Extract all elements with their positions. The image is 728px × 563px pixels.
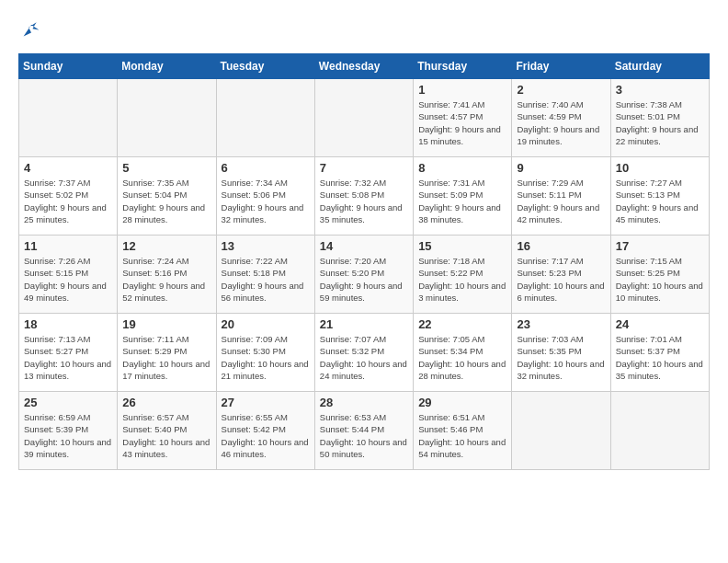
- page-header: [18, 18, 710, 44]
- week-row-3: 11Sunrise: 7:26 AMSunset: 5:15 PMDayligh…: [19, 236, 710, 314]
- day-number: 16: [517, 239, 605, 253]
- day-cell: [512, 392, 610, 470]
- day-cell: 4Sunrise: 7:37 AMSunset: 5:02 PMDaylight…: [19, 157, 118, 236]
- day-info: Sunrise: 7:31 AMSunset: 5:09 PMDaylight:…: [418, 177, 506, 225]
- week-row-1: 1Sunrise: 7:41 AMSunset: 4:57 PMDaylight…: [19, 79, 710, 157]
- day-cell: 6Sunrise: 7:34 AMSunset: 5:06 PMDaylight…: [216, 157, 314, 236]
- day-info: Sunrise: 7:35 AMSunset: 5:04 PMDaylight:…: [122, 177, 210, 225]
- header-monday: Monday: [118, 54, 216, 79]
- header-tuesday: Tuesday: [216, 54, 314, 79]
- day-cell: 10Sunrise: 7:27 AMSunset: 5:13 PMDayligh…: [610, 157, 709, 236]
- day-number: 20: [222, 317, 310, 331]
- week-row-4: 18Sunrise: 7:13 AMSunset: 5:27 PMDayligh…: [19, 314, 710, 392]
- day-info: Sunrise: 6:55 AMSunset: 5:42 PMDaylight:…: [222, 411, 310, 460]
- day-info: Sunrise: 7:01 AMSunset: 5:37 PMDaylight:…: [616, 333, 704, 382]
- header-sunday: Sunday: [19, 54, 118, 79]
- day-number: 5: [122, 161, 210, 175]
- day-number: 10: [616, 161, 704, 175]
- day-cell: 26Sunrise: 6:57 AMSunset: 5:40 PMDayligh…: [118, 392, 216, 470]
- day-cell: 5Sunrise: 7:35 AMSunset: 5:04 PMDaylight…: [118, 157, 216, 236]
- day-number: 9: [517, 161, 605, 175]
- day-cell: [19, 79, 118, 157]
- day-cell: [216, 79, 314, 157]
- day-number: 4: [24, 161, 112, 175]
- week-row-2: 4Sunrise: 7:37 AMSunset: 5:02 PMDaylight…: [19, 157, 710, 236]
- day-info: Sunrise: 6:53 AMSunset: 5:44 PMDaylight:…: [320, 411, 408, 460]
- header-wednesday: Wednesday: [314, 54, 413, 79]
- day-info: Sunrise: 7:15 AMSunset: 5:25 PMDaylight:…: [616, 255, 704, 304]
- day-number: 21: [320, 317, 408, 331]
- day-info: Sunrise: 6:57 AMSunset: 5:40 PMDaylight:…: [122, 411, 210, 460]
- day-number: 25: [24, 396, 112, 409]
- day-info: Sunrise: 7:05 AMSunset: 5:34 PMDaylight:…: [418, 333, 506, 382]
- day-info: Sunrise: 7:17 AMSunset: 5:23 PMDaylight:…: [517, 255, 605, 304]
- header-thursday: Thursday: [414, 54, 512, 79]
- header-saturday: Saturday: [610, 54, 709, 79]
- day-cell: 27Sunrise: 6:55 AMSunset: 5:42 PMDayligh…: [216, 392, 314, 470]
- day-number: 23: [517, 317, 605, 331]
- day-cell: 9Sunrise: 7:29 AMSunset: 5:11 PMDaylight…: [512, 157, 610, 236]
- day-info: Sunrise: 7:18 AMSunset: 5:22 PMDaylight:…: [418, 255, 506, 304]
- day-info: Sunrise: 7:34 AMSunset: 5:06 PMDaylight:…: [222, 177, 310, 225]
- day-cell: 8Sunrise: 7:31 AMSunset: 5:09 PMDaylight…: [414, 157, 512, 236]
- day-info: Sunrise: 7:13 AMSunset: 5:27 PMDaylight:…: [24, 333, 112, 382]
- day-cell: 29Sunrise: 6:51 AMSunset: 5:46 PMDayligh…: [414, 392, 512, 470]
- day-number: 19: [122, 317, 210, 331]
- day-info: Sunrise: 7:11 AMSunset: 5:29 PMDaylight:…: [122, 333, 210, 382]
- day-cell: 7Sunrise: 7:32 AMSunset: 5:08 PMDaylight…: [314, 157, 413, 236]
- day-cell: 21Sunrise: 7:07 AMSunset: 5:32 PMDayligh…: [314, 314, 413, 392]
- day-info: Sunrise: 7:22 AMSunset: 5:18 PMDaylight:…: [222, 255, 310, 304]
- day-cell: 13Sunrise: 7:22 AMSunset: 5:18 PMDayligh…: [216, 236, 314, 314]
- day-cell: [118, 79, 216, 157]
- day-info: Sunrise: 7:37 AMSunset: 5:02 PMDaylight:…: [24, 177, 112, 225]
- day-info: Sunrise: 7:07 AMSunset: 5:32 PMDaylight:…: [320, 333, 408, 382]
- day-number: 12: [122, 239, 210, 253]
- day-cell: 23Sunrise: 7:03 AMSunset: 5:35 PMDayligh…: [512, 314, 610, 392]
- calendar-table: SundayMondayTuesdayWednesdayThursdayFrid…: [18, 53, 710, 470]
- header-row: SundayMondayTuesdayWednesdayThursdayFrid…: [19, 54, 710, 79]
- day-cell: 19Sunrise: 7:11 AMSunset: 5:29 PMDayligh…: [118, 314, 216, 392]
- day-info: Sunrise: 7:27 AMSunset: 5:13 PMDaylight:…: [616, 177, 704, 225]
- week-row-5: 25Sunrise: 6:59 AMSunset: 5:39 PMDayligh…: [19, 392, 710, 470]
- day-cell: 2Sunrise: 7:40 AMSunset: 4:59 PMDaylight…: [512, 79, 610, 157]
- day-cell: 28Sunrise: 6:53 AMSunset: 5:44 PMDayligh…: [314, 392, 413, 470]
- svg-marker-0: [24, 22, 40, 36]
- day-cell: 18Sunrise: 7:13 AMSunset: 5:27 PMDayligh…: [19, 314, 118, 392]
- day-number: 17: [616, 239, 704, 253]
- day-cell: 25Sunrise: 6:59 AMSunset: 5:39 PMDayligh…: [19, 392, 118, 470]
- day-number: 13: [222, 239, 310, 253]
- day-number: 8: [418, 161, 506, 175]
- day-cell: [610, 392, 709, 470]
- day-number: 2: [517, 83, 605, 97]
- day-info: Sunrise: 6:59 AMSunset: 5:39 PMDaylight:…: [24, 411, 112, 460]
- day-number: 27: [222, 396, 310, 409]
- day-cell: 11Sunrise: 7:26 AMSunset: 5:15 PMDayligh…: [19, 236, 118, 314]
- day-info: Sunrise: 7:26 AMSunset: 5:15 PMDaylight:…: [24, 255, 112, 304]
- day-cell: 1Sunrise: 7:41 AMSunset: 4:57 PMDaylight…: [414, 79, 512, 157]
- day-number: 14: [320, 239, 408, 253]
- day-number: 24: [616, 317, 704, 331]
- day-info: Sunrise: 7:40 AMSunset: 4:59 PMDaylight:…: [517, 98, 605, 147]
- day-cell: 16Sunrise: 7:17 AMSunset: 5:23 PMDayligh…: [512, 236, 610, 314]
- day-number: 1: [418, 83, 506, 97]
- day-number: 7: [320, 161, 408, 175]
- day-info: Sunrise: 7:03 AMSunset: 5:35 PMDaylight:…: [517, 333, 605, 382]
- day-cell: 20Sunrise: 7:09 AMSunset: 5:30 PMDayligh…: [216, 314, 314, 392]
- day-cell: 24Sunrise: 7:01 AMSunset: 5:37 PMDayligh…: [610, 314, 709, 392]
- day-number: 29: [418, 396, 506, 409]
- day-info: Sunrise: 7:24 AMSunset: 5:16 PMDaylight:…: [122, 255, 210, 304]
- day-info: Sunrise: 7:09 AMSunset: 5:30 PMDaylight:…: [222, 333, 310, 382]
- day-number: 18: [24, 317, 112, 331]
- day-number: 26: [122, 396, 210, 409]
- day-info: Sunrise: 7:20 AMSunset: 5:20 PMDaylight:…: [320, 255, 408, 304]
- day-number: 15: [418, 239, 506, 253]
- day-number: 22: [418, 317, 506, 331]
- day-cell: 12Sunrise: 7:24 AMSunset: 5:16 PMDayligh…: [118, 236, 216, 314]
- day-cell: 17Sunrise: 7:15 AMSunset: 5:25 PMDayligh…: [610, 236, 709, 314]
- day-cell: 22Sunrise: 7:05 AMSunset: 5:34 PMDayligh…: [414, 314, 512, 392]
- day-info: Sunrise: 7:41 AMSunset: 4:57 PMDaylight:…: [418, 98, 506, 147]
- day-number: 11: [24, 239, 112, 253]
- day-cell: 14Sunrise: 7:20 AMSunset: 5:20 PMDayligh…: [314, 236, 413, 314]
- day-info: Sunrise: 6:51 AMSunset: 5:46 PMDaylight:…: [418, 411, 506, 460]
- day-cell: 3Sunrise: 7:38 AMSunset: 5:01 PMDaylight…: [610, 79, 709, 157]
